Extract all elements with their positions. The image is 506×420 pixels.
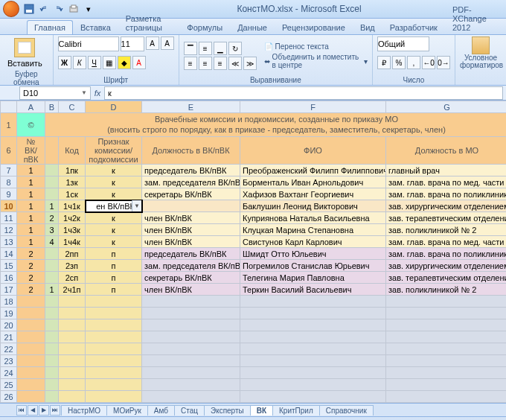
- cell-D16[interactable]: п: [86, 272, 142, 284]
- percent-button[interactable]: %: [392, 56, 406, 69]
- align-center[interactable]: ≡: [199, 57, 212, 70]
- ribbon-tab-6[interactable]: Вид: [353, 20, 382, 34]
- cell-D23[interactable]: [86, 355, 142, 367]
- row-header-23[interactable]: 23: [1, 355, 17, 367]
- col-header-D[interactable]: D: [86, 101, 142, 113]
- cell-A12[interactable]: 1: [17, 224, 45, 236]
- sheet-tab-Амб[interactable]: Амб: [147, 405, 175, 416]
- ribbon-tab-0[interactable]: Главная: [27, 20, 73, 34]
- cell-G25[interactable]: [386, 379, 507, 391]
- cell-E10[interactable]: [142, 200, 240, 212]
- save-icon[interactable]: [22, 2, 36, 16]
- cell-F14[interactable]: Шмидт Отто Юльевич: [240, 248, 386, 260]
- office-button[interactable]: [3, 1, 19, 17]
- cell-E19[interactable]: [142, 308, 240, 319]
- cell-F12[interactable]: Клуцкая Марина Степановна: [240, 224, 386, 236]
- cell-F19[interactable]: [240, 308, 386, 319]
- cell-C20[interactable]: [59, 319, 86, 331]
- comma-button[interactable]: ,: [407, 56, 420, 69]
- cell-E17[interactable]: член ВК/пВК: [142, 284, 240, 296]
- cell-F24[interactable]: [240, 367, 386, 379]
- spreadsheet-grid[interactable]: ABCDEFG1©Врачебные комиссии и подкомисси…: [0, 101, 506, 403]
- cell-C19[interactable]: [59, 308, 86, 319]
- cell-F22[interactable]: [240, 343, 386, 355]
- align-right[interactable]: ≡: [214, 57, 227, 70]
- cell-G19[interactable]: [386, 308, 507, 319]
- first-sheet-button[interactable]: ⏮: [16, 405, 27, 416]
- row-header-10[interactable]: 10: [1, 200, 17, 212]
- cell-G21[interactable]: [386, 331, 507, 343]
- row-header-17[interactable]: 17: [1, 284, 17, 296]
- grow-font-button[interactable]: A: [146, 36, 159, 50]
- cell-E7[interactable]: председатель ВК/пВК: [142, 165, 240, 176]
- cell-B15[interactable]: [45, 260, 59, 272]
- cell-D22[interactable]: [86, 343, 142, 355]
- cell-D20[interactable]: [86, 319, 142, 331]
- col-header-F[interactable]: F: [240, 101, 386, 113]
- cell-F20[interactable]: [240, 319, 386, 331]
- sheet-tab-Стац[interactable]: Стац: [174, 405, 205, 416]
- cell-B21[interactable]: [45, 331, 59, 343]
- cell-B10[interactable]: 1: [45, 200, 59, 212]
- cell-C23[interactable]: [59, 355, 86, 367]
- row-header-21[interactable]: 21: [1, 331, 17, 343]
- cell-A7[interactable]: 1: [17, 165, 45, 176]
- cell-B7[interactable]: [45, 165, 59, 176]
- cell-D17[interactable]: п: [86, 284, 142, 296]
- row-header-1[interactable]: 1: [1, 113, 17, 137]
- cell-F8[interactable]: Борменталь Иван Арнольдович: [240, 176, 386, 188]
- row-header-11[interactable]: 11: [1, 212, 17, 224]
- cell-D10[interactable]: ▼ ен ВК/пВК: [86, 200, 142, 212]
- select-all-corner[interactable]: [1, 101, 17, 113]
- hdr-c[interactable]: Код: [59, 137, 86, 165]
- cell-B16[interactable]: [45, 272, 59, 284]
- cell-D25[interactable]: [86, 379, 142, 391]
- cell-G18[interactable]: [386, 296, 507, 308]
- cell-G7[interactable]: главный врач: [386, 165, 507, 176]
- bold-button[interactable]: Ж: [58, 56, 71, 69]
- cell-F13[interactable]: Свистунов Карл Карлович: [240, 236, 386, 248]
- row-header-8[interactable]: 8: [1, 176, 17, 188]
- cell-B9[interactable]: [45, 188, 59, 200]
- font-name-select[interactable]: [58, 36, 119, 51]
- ribbon-tab-8[interactable]: PDF-XChange 2012: [445, 2, 506, 34]
- cell-A8[interactable]: 1: [17, 176, 45, 188]
- row-header-14[interactable]: 14: [1, 248, 17, 260]
- cell-D26[interactable]: [86, 391, 142, 403]
- hdr-d[interactable]: Признак комиссии/ подкомиссии: [86, 137, 142, 165]
- cell-D8[interactable]: к: [86, 176, 142, 188]
- cell-B17[interactable]: 1: [45, 284, 59, 296]
- cell-B14[interactable]: [45, 248, 59, 260]
- row-header-6[interactable]: 6: [1, 137, 17, 165]
- increase-decimal[interactable]: ←0: [422, 56, 435, 69]
- cell-E15[interactable]: зам. председателя ВК/пВК: [142, 260, 240, 272]
- cell-B26[interactable]: [45, 391, 59, 403]
- cell-E12[interactable]: член ВК/пВК: [142, 224, 240, 236]
- undo-icon[interactable]: [37, 2, 51, 16]
- cell-C18[interactable]: [59, 296, 86, 308]
- cell-D21[interactable]: [86, 331, 142, 343]
- cell-B11[interactable]: 2: [45, 212, 59, 224]
- cell-C7[interactable]: 1пк: [59, 165, 86, 176]
- cell-C9[interactable]: 1ск: [59, 188, 86, 200]
- cell-D13[interactable]: к: [86, 236, 142, 248]
- cell-F25[interactable]: [240, 379, 386, 391]
- cell-C15[interactable]: 2зп: [59, 260, 86, 272]
- cell-F10[interactable]: Баклушин Леонид Викторович: [240, 200, 386, 212]
- ribbon-tab-2[interactable]: Разметка страницы: [118, 11, 180, 34]
- row-header-16[interactable]: 16: [1, 272, 17, 284]
- cell-B19[interactable]: [45, 308, 59, 319]
- fill-color-button[interactable]: ◆: [118, 56, 131, 69]
- ribbon-tab-4[interactable]: Данные: [230, 20, 275, 34]
- cell-G8[interactable]: зам. глав. врача по мед. части: [386, 176, 507, 188]
- prev-sheet-button[interactable]: ◀: [28, 405, 38, 416]
- cell-B18[interactable]: [45, 296, 59, 308]
- cell-G16[interactable]: зав. терапевтическим отделением: [386, 272, 507, 284]
- hdr-g[interactable]: Должность в МО: [386, 137, 507, 165]
- cell-E9[interactable]: секретарь ВК/пВК: [142, 188, 240, 200]
- cell-A9[interactable]: 1: [17, 188, 45, 200]
- cell-B24[interactable]: [45, 367, 59, 379]
- cell-G12[interactable]: зав. поликлиникой № 2: [386, 224, 507, 236]
- cell-G11[interactable]: зав. терапевтическим отделением: [386, 212, 507, 224]
- cell-E22[interactable]: [142, 343, 240, 355]
